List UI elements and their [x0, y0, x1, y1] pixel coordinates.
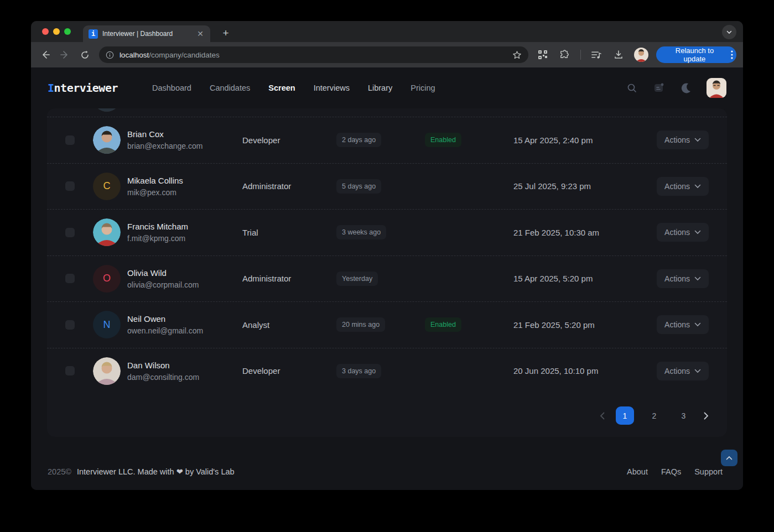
- avatar: [93, 126, 121, 154]
- scroll-to-top-button[interactable]: [721, 450, 737, 466]
- nav-item-library[interactable]: Library: [368, 84, 392, 92]
- actions-button[interactable]: Actions: [657, 269, 709, 288]
- status-badge: Enabled: [425, 133, 461, 147]
- row-checkbox[interactable]: [65, 135, 75, 145]
- main-nav: Dashboard Candidates Screen Interviews L…: [152, 84, 435, 92]
- actions-label: Actions: [664, 367, 690, 375]
- footer-link-faqs[interactable]: FAQs: [661, 467, 681, 476]
- candidate-datetime: 25 Jul 2025, 9:23 pm: [513, 181, 654, 191]
- chevron-up-icon: [726, 456, 733, 460]
- avatar: [93, 357, 121, 385]
- candidate-role: Developer: [242, 366, 336, 375]
- chevron-down-icon: [694, 322, 701, 327]
- candidate-name: Brian Cox: [127, 129, 202, 139]
- footer-link-about[interactable]: About: [627, 467, 648, 476]
- notification-message-icon: [653, 82, 665, 94]
- browser-toolbar: localhost/company/candidates: [31, 42, 743, 67]
- actions-label: Actions: [664, 182, 690, 191]
- avatar: [93, 218, 121, 246]
- last-active-badge: 3 days ago: [336, 364, 381, 378]
- nav-item-interviews[interactable]: Interviews: [314, 84, 350, 92]
- row-checkbox[interactable]: [65, 274, 75, 283]
- chevron-right-icon: [704, 412, 709, 420]
- new-tab-button[interactable]: +: [218, 25, 233, 41]
- chevron-down-icon: [694, 184, 701, 189]
- back-button[interactable]: [38, 47, 53, 62]
- actions-label: Actions: [664, 320, 690, 329]
- avatar-photo-icon: [93, 357, 121, 385]
- candidate-role: Administrator: [242, 274, 336, 283]
- table-row: Francis Mitcham f.mit@kpmg.com Trial 3 w…: [47, 209, 727, 255]
- actions-label: Actions: [664, 135, 690, 144]
- browser-menu-kebab-icon[interactable]: [731, 50, 733, 59]
- tab-close-icon[interactable]: ✕: [196, 29, 205, 38]
- last-active-badge: 2 days ago: [336, 133, 381, 147]
- avatar: O: [93, 265, 121, 293]
- forward-button[interactable]: [58, 47, 73, 62]
- bookmark-star-icon[interactable]: [512, 50, 522, 60]
- chevron-down-icon: [694, 369, 701, 373]
- row-checkbox[interactable]: [65, 181, 75, 191]
- app-logo[interactable]: Interviewer: [48, 81, 118, 95]
- relaunch-to-update-button[interactable]: Relaunch to update: [656, 46, 736, 63]
- extensions-button[interactable]: [558, 48, 572, 61]
- status-badge: Enabled: [425, 317, 461, 332]
- user-photo-icon: [707, 78, 726, 98]
- actions-button[interactable]: Actions: [657, 362, 709, 380]
- actions-button[interactable]: Actions: [657, 131, 709, 149]
- next-page-button[interactable]: [704, 412, 709, 420]
- actions-button[interactable]: Actions: [657, 177, 709, 196]
- page-button-1[interactable]: 1: [616, 406, 634, 425]
- theme-toggle-button[interactable]: [679, 81, 693, 95]
- downloads-button[interactable]: [612, 48, 625, 61]
- previous-page-button[interactable]: [600, 412, 605, 420]
- tab-list-button[interactable]: [722, 25, 736, 39]
- user-profile-avatar[interactable]: [707, 78, 726, 98]
- nav-item-dashboard[interactable]: Dashboard: [152, 84, 191, 92]
- relaunch-label: Relaunch to update: [664, 46, 725, 63]
- browser-window: i Interviewer | Dashboard ✕ +: [31, 21, 743, 490]
- table-row: Brian Cox brian@exchange.com Developer 2…: [47, 117, 727, 163]
- extensions-puzzle-icon: [559, 50, 570, 60]
- moon-icon: [680, 82, 692, 94]
- search-icon: [626, 82, 637, 93]
- reload-button[interactable]: [77, 47, 92, 62]
- actions-button[interactable]: Actions: [657, 315, 709, 334]
- page-button-3[interactable]: 3: [674, 406, 693, 425]
- address-bar[interactable]: localhost/company/candidates: [99, 46, 528, 63]
- candidate-name: Francis Mitcham: [127, 222, 188, 231]
- candidate-role: Developer: [242, 135, 336, 145]
- footer-link-support[interactable]: Support: [694, 467, 723, 476]
- candidate-email: mik@pex.com: [127, 188, 183, 197]
- reload-icon: [80, 50, 90, 60]
- page-button-2[interactable]: 2: [645, 406, 663, 425]
- avatar-photo-icon: [93, 218, 121, 246]
- media-playlist-icon: [591, 50, 601, 59]
- row-checkbox[interactable]: [65, 320, 75, 330]
- tab-title: Interviewer | Dashboard: [102, 30, 191, 38]
- media-controls-button[interactable]: [590, 48, 603, 61]
- logo-initial: I: [48, 81, 54, 95]
- nav-item-pricing[interactable]: Pricing: [411, 84, 435, 92]
- table-row: Dan Wilson dam@consilting.com Developer …: [47, 348, 727, 394]
- window-zoom-button[interactable]: [64, 28, 71, 35]
- actions-button[interactable]: Actions: [657, 223, 709, 242]
- search-button[interactable]: [625, 81, 638, 95]
- site-info-icon[interactable]: [106, 51, 114, 59]
- avatar: C: [93, 173, 121, 200]
- browser-tab[interactable]: i Interviewer | Dashboard ✕: [83, 25, 210, 42]
- candidate-email: f.mit@kpmg.com: [127, 234, 188, 243]
- browser-profile-avatar[interactable]: [634, 48, 648, 62]
- window-minimize-button[interactable]: [53, 28, 60, 35]
- nav-item-candidates[interactable]: Candidates: [210, 84, 250, 92]
- chevron-down-icon: [726, 29, 733, 35]
- row-checkbox[interactable]: [65, 228, 75, 237]
- forward-arrow-icon: [60, 50, 70, 60]
- window-close-button[interactable]: [42, 28, 49, 35]
- notifications-button[interactable]: [652, 81, 666, 95]
- nav-item-screen[interactable]: Screen: [268, 84, 295, 92]
- app-page: Interviewer Dashboard Candidates Screen …: [31, 67, 743, 490]
- qr-code-button[interactable]: [536, 48, 549, 61]
- candidate-name: Neil Owen: [127, 314, 203, 324]
- row-checkbox[interactable]: [65, 366, 75, 375]
